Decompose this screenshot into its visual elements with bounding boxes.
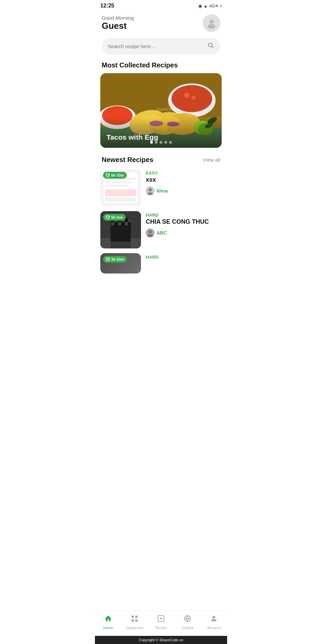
time-badge-2: 50 min bbox=[103, 214, 126, 221]
svg-rect-35 bbox=[105, 185, 129, 187]
recipe-info-2: HARD CHIA SE CONG THUC ABC bbox=[146, 211, 222, 237]
carousel-dots bbox=[150, 141, 172, 144]
recipe-list: 5h 33m EASY xsx khoa bbox=[95, 168, 227, 274]
author-name-1: khoa bbox=[157, 188, 168, 194]
time-badge-1: 5h 33m bbox=[103, 172, 127, 179]
svg-point-9 bbox=[184, 93, 189, 98]
recipe-card-1[interactable]: 5h 33m EASY xsx khoa bbox=[100, 169, 222, 206]
author-avatar-1 bbox=[146, 186, 155, 195]
signal-icon: ◉ bbox=[198, 3, 202, 8]
svg-point-61 bbox=[148, 230, 152, 234]
difficulty-2: HARD bbox=[146, 213, 222, 218]
most-collected-header: Most Collected Recipes bbox=[95, 60, 227, 73]
recipe-info-3: HARD bbox=[146, 253, 222, 260]
author-2: ABC bbox=[146, 228, 222, 237]
recipe-thumb-1: 5h 33m bbox=[100, 169, 141, 206]
status-time: 12:25 bbox=[100, 3, 114, 9]
dot-4 bbox=[164, 141, 167, 144]
svg-rect-36 bbox=[105, 189, 136, 196]
recipe-thumb-3: 3h 53m bbox=[100, 253, 141, 274]
svg-rect-34 bbox=[105, 181, 132, 183]
svg-rect-56 bbox=[128, 222, 131, 225]
recipe-card-3[interactable]: 3h 53m HARD bbox=[100, 253, 222, 274]
newest-recipes-title: Newest Recipes bbox=[102, 156, 153, 164]
recipe-name-2: CHIA SE CONG THUC bbox=[146, 218, 222, 226]
difficulty-1: EASY bbox=[146, 170, 222, 176]
svg-text:ShareCode.vn: ShareCode.vn bbox=[184, 113, 206, 116]
search-box[interactable] bbox=[102, 38, 220, 55]
wifi-icon: ▲ bbox=[203, 3, 208, 8]
difficulty-3: HARD bbox=[146, 255, 222, 260]
svg-rect-50 bbox=[128, 219, 131, 222]
time-text-1: 5h 33m bbox=[111, 173, 124, 177]
time-badge-3: 3h 53m bbox=[103, 256, 127, 263]
time-text-2: 50 min bbox=[111, 215, 123, 219]
svg-point-1 bbox=[208, 24, 215, 28]
svg-rect-58 bbox=[131, 238, 141, 248]
svg-line-3 bbox=[212, 46, 214, 48]
status-icons: ◉ ▲ 4G✕ ▪ bbox=[198, 3, 222, 8]
time-text-3: 3h 53m bbox=[111, 257, 124, 261]
carousel[interactable]: ShareCode.vn ShareCode.vn Tacos with Egg bbox=[100, 73, 222, 148]
svg-rect-57 bbox=[100, 238, 110, 248]
recipe-info-1: EASY xsx khoa bbox=[146, 169, 222, 195]
recipe-card-2[interactable]: 50 min HARD CHIA SE CONG THUC ABC bbox=[100, 211, 222, 248]
battery-icon: ▪ bbox=[220, 3, 222, 8]
search-input[interactable] bbox=[108, 43, 204, 49]
svg-point-10 bbox=[192, 96, 196, 100]
author-name-2: ABC bbox=[157, 230, 167, 236]
search-icon[interactable] bbox=[207, 42, 214, 51]
svg-point-40 bbox=[148, 188, 152, 192]
user-avatar[interactable] bbox=[203, 14, 220, 32]
header: Good Morning Guest bbox=[95, 10, 227, 35]
svg-rect-55 bbox=[125, 222, 128, 225]
svg-text:Tacos with Egg: Tacos with Egg bbox=[106, 133, 158, 141]
svg-rect-52 bbox=[115, 222, 118, 225]
svg-rect-51 bbox=[111, 222, 115, 225]
svg-text:ShareCode.vn: ShareCode.vn bbox=[156, 107, 180, 111]
carousel-image: ShareCode.vn ShareCode.vn Tacos with Egg bbox=[100, 73, 222, 148]
svg-point-0 bbox=[209, 20, 214, 24]
recipe-name-1: xsx bbox=[146, 176, 222, 184]
svg-rect-54 bbox=[121, 222, 125, 225]
svg-rect-49 bbox=[125, 219, 128, 222]
dot-5 bbox=[169, 141, 172, 144]
greeting-section: Good Morning Guest bbox=[102, 15, 134, 31]
greeting-text: Good Morning bbox=[102, 15, 134, 21]
most-collected-title: Most Collected Recipes bbox=[102, 61, 178, 69]
dot-2 bbox=[155, 141, 158, 144]
status-bar: 12:25 ◉ ▲ 4G✕ ▪ bbox=[95, 0, 227, 10]
dot-3 bbox=[160, 141, 162, 144]
user-name: Guest bbox=[102, 21, 134, 31]
search-section bbox=[95, 35, 227, 60]
view-all-button[interactable]: View all bbox=[203, 157, 220, 163]
recipe-thumb-2: 50 min bbox=[100, 211, 141, 248]
svg-rect-37 bbox=[105, 198, 136, 202]
newest-recipes-header: Newest Recipes View all bbox=[95, 155, 227, 168]
author-avatar-2 bbox=[146, 228, 155, 237]
svg-rect-53 bbox=[118, 222, 121, 225]
network-icon: 4G✕ bbox=[209, 3, 219, 8]
author-1: khoa bbox=[146, 186, 222, 195]
dot-1 bbox=[150, 141, 153, 144]
